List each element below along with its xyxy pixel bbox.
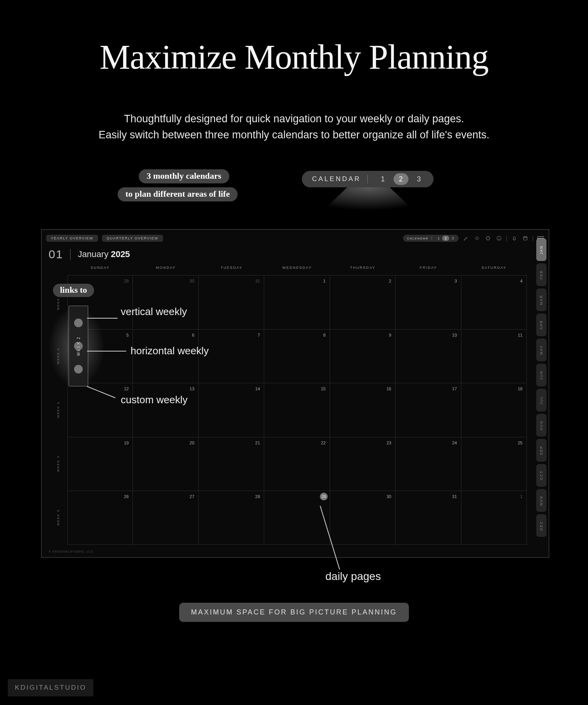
day-header: WEDNESDAY <box>264 266 330 275</box>
day-number: 25 <box>518 440 523 445</box>
month-tab-oct[interactable]: OCT <box>536 464 546 487</box>
month-tab-may[interactable]: MAY <box>536 339 546 361</box>
calendar-toggle-option-1[interactable]: 1 <box>376 173 390 185</box>
smile-icon[interactable] <box>495 235 503 242</box>
spotlight-beam <box>298 187 439 234</box>
pencil-icon[interactable] <box>463 235 470 242</box>
day-number: 11 <box>518 333 523 337</box>
highlighted-day[interactable]: 29 <box>320 493 328 500</box>
week-labels: WEEK 1WEEK 2WEEK 3WEEK 4WEEK 5 <box>49 275 67 545</box>
svg-rect-2 <box>523 237 527 240</box>
day-cell[interactable]: 14 <box>199 383 264 437</box>
month-tab-jul[interactable]: JUL <box>536 389 546 411</box>
month-tab-nov[interactable]: NOV <box>536 489 546 512</box>
day-cell[interactable]: 13 <box>133 383 198 437</box>
month-tab-sep[interactable]: SEP <box>536 439 546 462</box>
day-cell[interactable]: 1 <box>461 491 527 545</box>
day-cell[interactable]: 4 <box>461 275 527 329</box>
annotation-custom-weekly: custom weekly <box>121 394 188 406</box>
calendar-toggle-small-2[interactable]: 2 <box>442 236 449 241</box>
day-number: 18 <box>518 386 523 391</box>
month-tab-jun[interactable]: JUN <box>536 364 546 386</box>
day-cell[interactable]: 28 <box>199 491 264 545</box>
week-label[interactable]: WEEK 5 <box>49 491 67 545</box>
day-cell[interactable]: 3 <box>396 275 461 329</box>
day-cell[interactable]: 15 <box>264 383 330 437</box>
day-cell[interactable]: 31 <box>396 491 461 545</box>
month-name: January <box>78 249 108 259</box>
calendar-toggle-small-3[interactable]: 3 <box>449 236 456 241</box>
day-cell[interactable]: 24 <box>396 437 461 491</box>
day-cell[interactable]: 18 <box>461 383 527 437</box>
day-cell[interactable]: 9 <box>330 329 396 383</box>
day-number: 15 <box>321 386 325 391</box>
custom-weekly-dot[interactable] <box>74 365 83 373</box>
day-headers: SUNDAYMONDAYTUESDAYWEDNESDAYTHURSDAYFRID… <box>67 266 527 275</box>
day-cell[interactable]: 17 <box>396 383 461 437</box>
day-cell[interactable]: 30 <box>133 275 198 329</box>
calendar-toggle-large: CALENDAR 1 2 3 <box>302 171 434 187</box>
calendar-icon[interactable] <box>522 235 529 242</box>
day-cell[interactable]: 10 <box>396 329 461 383</box>
day-number: 10 <box>452 333 457 337</box>
connector-line <box>87 318 118 319</box>
target-icon[interactable] <box>485 235 492 242</box>
day-number: 30 <box>190 279 194 283</box>
day-number: 20 <box>190 440 194 445</box>
day-number: 7 <box>258 333 260 337</box>
week-label[interactable]: WEEK 4 <box>49 437 67 491</box>
day-cell[interactable]: 21 <box>199 437 264 491</box>
quarterly-overview-button[interactable]: QUARTERLY OVERVIEW <box>102 235 163 242</box>
annotation-pill-3-calendars: 3 monthly calendars <box>139 169 229 183</box>
day-cell[interactable]: 29 <box>264 491 330 545</box>
day-cell[interactable]: 25 <box>461 437 527 491</box>
month-tab-mar[interactable]: MAR <box>536 288 546 311</box>
annotation-pill-areas-of-life: to plan different areas of life <box>118 187 238 201</box>
day-cell[interactable]: 27 <box>133 491 198 545</box>
day-number: 3 <box>454 279 457 283</box>
day-cell[interactable]: 11 <box>461 329 527 383</box>
day-cell[interactable]: 23 <box>330 437 396 491</box>
day-cell[interactable]: 22 <box>264 437 330 491</box>
day-number: 23 <box>387 440 391 445</box>
day-number: 13 <box>190 386 194 391</box>
day-cell[interactable]: 31 <box>199 275 264 329</box>
calendar-grid: SUNDAYMONDAYTUESDAYWEDNESDAYTHURSDAYFRID… <box>49 266 527 545</box>
calendar-toggle-option-3[interactable]: 3 <box>412 173 426 185</box>
month-tabs: JANFEBMARAPRMAYJUNJULAUGSEPOCTNOVDEC <box>536 238 546 537</box>
sparkle-icon[interactable] <box>474 235 481 242</box>
month-tab-jan[interactable]: JAN <box>536 238 546 261</box>
day-cell[interactable]: 8 <box>264 329 330 383</box>
divider <box>367 175 368 183</box>
day-header: FRIDAY <box>396 266 461 275</box>
month-tab-aug[interactable]: AUG <box>536 414 546 437</box>
day-cell[interactable]: 26 <box>67 491 133 545</box>
week-label[interactable]: WEEK 2 <box>49 329 67 383</box>
calendar-toggle-option-2[interactable]: 2 <box>394 173 408 185</box>
month-tab-feb[interactable]: FEB <box>536 263 546 286</box>
subtitle-line-1: Thoughtfully designed for quick navigati… <box>124 113 464 125</box>
vertical-weekly-dot[interactable] <box>74 319 83 327</box>
bell-icon[interactable] <box>511 235 518 242</box>
day-number: 19 <box>124 440 129 445</box>
calendar-toggle-small-label: CALENDAR <box>407 237 428 240</box>
annotation-pill-links-to: links to <box>53 284 94 297</box>
month-tab-dec[interactable]: DEC <box>536 514 546 537</box>
top-bar: YEARLY OVERVIEW QUARTERLY OVERVIEW CALEN… <box>46 234 544 243</box>
subtitle: Thoughtfully designed for quick navigati… <box>0 111 588 143</box>
day-cell[interactable]: 20 <box>133 437 198 491</box>
calendar-toggle-small-1[interactable]: 1 <box>435 236 442 241</box>
day-cell[interactable]: 30 <box>330 491 396 545</box>
day-number: 31 <box>452 494 457 499</box>
day-cell[interactable]: 1 <box>264 275 330 329</box>
day-cell[interactable]: 19 <box>67 437 133 491</box>
week-label[interactable]: WEEK 1 <box>49 275 67 329</box>
day-number: 4 <box>520 279 523 283</box>
day-cell[interactable]: 2 <box>330 275 396 329</box>
day-number: 1 <box>323 279 326 283</box>
annotation-vertical-weekly: vertical weekly <box>121 306 187 318</box>
yearly-overview-button[interactable]: YEARLY OVERVIEW <box>46 235 98 242</box>
week-label[interactable]: WEEK 3 <box>49 383 67 437</box>
month-tab-apr[interactable]: APR <box>536 314 546 336</box>
day-cell[interactable]: 16 <box>330 383 396 437</box>
